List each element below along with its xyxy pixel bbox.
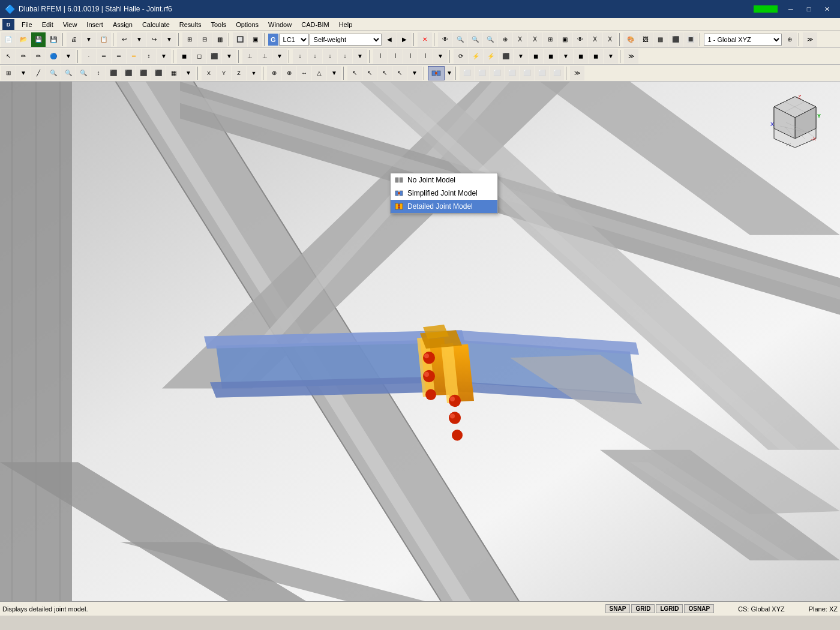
t2-calc8[interactable]: ▼: [559, 49, 573, 64]
t3-snap1[interactable]: ⊕: [267, 66, 281, 80]
menu-options[interactable]: Options: [231, 18, 263, 31]
view-icon11[interactable]: X: [588, 32, 602, 47]
t3-misc3[interactable]: ⬜: [490, 66, 504, 80]
t3-more[interactable]: ≫: [570, 66, 584, 80]
menu-edit[interactable]: Edit: [37, 18, 58, 31]
t3-misc1[interactable]: ⬜: [460, 66, 474, 80]
view-icon8[interactable]: ⊞: [543, 32, 557, 47]
t3-snap5[interactable]: ▼: [327, 66, 341, 80]
t3-view6[interactable]: 🔍: [76, 66, 91, 80]
t3-view11[interactable]: ⬛: [151, 66, 166, 80]
save-all-btn[interactable]: 💾: [46, 32, 61, 47]
menu-assign[interactable]: Assign: [108, 18, 137, 31]
t3-select2[interactable]: ↖: [362, 66, 377, 80]
render-btn[interactable]: 🎨: [623, 32, 638, 47]
new-btn[interactable]: 📄: [1, 32, 16, 47]
t2-sect1[interactable]: I: [373, 49, 388, 64]
undo-btn[interactable]: ↩: [117, 32, 131, 47]
t2-load2[interactable]: ↓: [308, 49, 322, 64]
t2-calc6[interactable]: ◼: [529, 49, 543, 64]
minimize-button[interactable]: ─: [782, 3, 799, 15]
view-icon5[interactable]: ⊕: [498, 32, 512, 47]
t2-support1[interactable]: ⊥: [242, 49, 257, 64]
menu-view[interactable]: View: [58, 18, 82, 31]
t3-view12[interactable]: ▦: [166, 66, 181, 80]
t2-btn4[interactable]: 🔵: [46, 49, 61, 64]
t2-node[interactable]: ·: [82, 49, 96, 64]
print-btn[interactable]: 🖨: [67, 32, 81, 47]
coord-btn[interactable]: ⊕: [782, 32, 797, 47]
lgrid-btn[interactable]: LGRID: [656, 604, 683, 613]
render5-btn[interactable]: 🔳: [683, 32, 698, 47]
menu-results[interactable]: Results: [175, 18, 206, 31]
delete-btn[interactable]: ✕: [418, 32, 432, 47]
view-icon10[interactable]: 👁: [573, 32, 587, 47]
view-icon4[interactable]: 🔍: [483, 32, 497, 47]
t3-select1[interactable]: ↖: [347, 66, 362, 80]
t3-axis-xyz[interactable]: ▼: [247, 66, 261, 80]
t3-misc4[interactable]: ⬜: [505, 66, 519, 80]
menu-file[interactable]: File: [17, 18, 37, 31]
t2-calc5[interactable]: ▼: [514, 49, 528, 64]
view-icon1[interactable]: 👁: [438, 32, 452, 47]
joint-model-btn[interactable]: [428, 66, 445, 80]
menu-tools[interactable]: Tools: [206, 18, 231, 31]
t3-select3[interactable]: ↖: [377, 66, 392, 80]
redo-dropdown[interactable]: ▼: [162, 32, 176, 47]
coord-selector[interactable]: 1 - Global XYZ: [704, 34, 782, 46]
t3-view1[interactable]: ⊞: [1, 66, 16, 80]
orientation-cube[interactable]: Y Z X -X -Y: [768, 94, 822, 148]
t3-snap2[interactable]: ⊕: [282, 66, 296, 80]
t2-member3[interactable]: ━: [127, 49, 141, 64]
t2-more[interactable]: ≫: [624, 49, 638, 64]
t2-member4[interactable]: ↕: [142, 49, 156, 64]
view-icon12[interactable]: X: [603, 32, 617, 47]
lc-selector[interactable]: LC1: [279, 34, 309, 46]
view-icon7[interactable]: X: [528, 32, 542, 47]
t2-calc7[interactable]: ◼: [544, 49, 558, 64]
t2-calc2[interactable]: ⚡: [469, 49, 483, 64]
snap-btn[interactable]: SNAP: [605, 604, 631, 613]
table-btn[interactable]: ⊞: [182, 32, 197, 47]
t3-view7[interactable]: ↕: [91, 66, 106, 80]
t3-view3[interactable]: ╱: [31, 66, 46, 80]
t2-calc11[interactable]: ▼: [604, 49, 618, 64]
more-btn1[interactable]: ≫: [803, 32, 817, 47]
t3-misc6[interactable]: ⬜: [535, 66, 549, 80]
undo-dropdown[interactable]: ▼: [132, 32, 146, 47]
t2-surface[interactable]: ◼: [177, 49, 191, 64]
t3-view10[interactable]: ⬛: [136, 66, 151, 80]
t3-view9[interactable]: ⬛: [121, 66, 136, 80]
view-icon6[interactable]: X: [513, 32, 527, 47]
table2-btn[interactable]: ⊟: [197, 32, 212, 47]
render3-btn[interactable]: ▦: [653, 32, 668, 47]
3d-viewport[interactable]: No Joint Model Simplified Joint Model: [0, 82, 840, 616]
t3-view4[interactable]: 🔍: [46, 66, 61, 80]
close-button[interactable]: ✕: [818, 3, 835, 15]
viewplan-btn[interactable]: ▣: [248, 32, 262, 47]
t2-solid2[interactable]: ▼: [222, 49, 236, 64]
t2-load1[interactable]: ↓: [293, 49, 307, 64]
menu-window[interactable]: Window: [263, 18, 296, 31]
t3-view8[interactable]: ⬛: [106, 66, 121, 80]
t3-snap4[interactable]: △: [312, 66, 326, 80]
t2-btn1[interactable]: ↖: [1, 49, 16, 64]
view-icon9[interactable]: ▣: [558, 32, 572, 47]
render2-btn[interactable]: 🖼: [638, 32, 653, 47]
t2-calc4[interactable]: ⬛: [499, 49, 513, 64]
t2-member5[interactable]: ▼: [157, 49, 171, 64]
view-icon2[interactable]: 🔍: [453, 32, 467, 47]
detailed-joint-model-item[interactable]: Detailed Joint Model: [391, 200, 497, 213]
t2-btn2[interactable]: ✏: [16, 49, 31, 64]
t3-select4[interactable]: ↖: [392, 66, 407, 80]
t3-view13[interactable]: ▼: [181, 66, 196, 80]
menu-insert[interactable]: Insert: [82, 18, 108, 31]
t2-load3[interactable]: ↓: [323, 49, 337, 64]
t3-axis-x[interactable]: X: [202, 66, 216, 80]
t2-btn5[interactable]: ▼: [61, 49, 76, 64]
redo-btn[interactable]: ↪: [147, 32, 161, 47]
t2-solid[interactable]: ⬛: [207, 49, 221, 64]
view3d-btn[interactable]: 🔲: [233, 32, 247, 47]
osnap-btn[interactable]: OSNAP: [684, 604, 714, 613]
grid-btn[interactable]: GRID: [631, 604, 655, 613]
